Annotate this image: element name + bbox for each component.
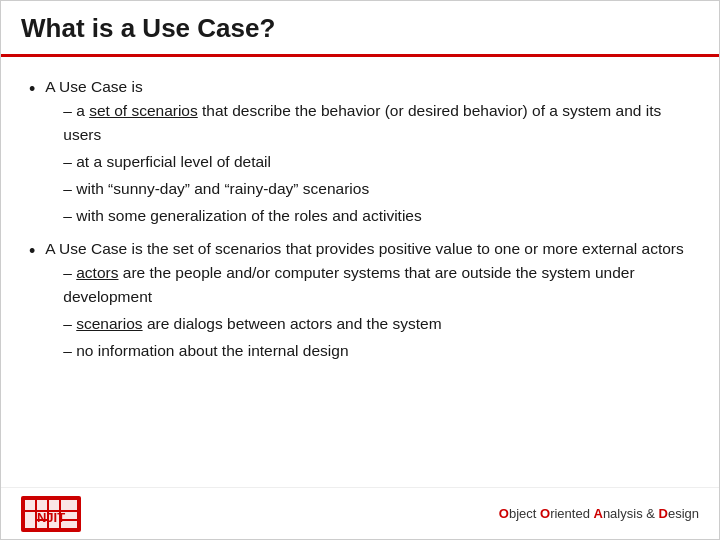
sub5-suffix: are the people and/or computer systems t… [63, 264, 634, 305]
svg-text:NJIT: NJIT [37, 510, 65, 525]
bullet-content-2: A Use Case is the set of scenarios that … [45, 237, 691, 366]
sub-item-6: – scenarios are dialogs between actors a… [63, 312, 691, 336]
sub6-suffix: are dialogs between actors and the syste… [143, 315, 442, 332]
svg-rect-4 [61, 500, 77, 510]
bullet-item-2: • A Use Case is the set of scenarios tha… [29, 237, 691, 366]
svg-rect-5 [25, 512, 35, 528]
sub-content-2: – at a superficial level of detail [63, 150, 691, 174]
sub5-underline: actors [76, 264, 118, 281]
sub6-underline: scenarios [76, 315, 142, 332]
sub-content-3: – with “sunny-day” and “rainy-day” scena… [63, 177, 691, 201]
bullet1-intro: A Use Case is [45, 78, 142, 95]
sub1-underline: set of scenarios [89, 102, 198, 119]
footer-label: Object Oriented Analysis & Design [499, 506, 699, 521]
njit-logo: NJIT [21, 496, 81, 532]
njit-logo-svg: NJIT [21, 496, 81, 532]
sub-item-1: – a set of scenarios that describe the b… [63, 99, 691, 147]
sub5-prefix: – [63, 264, 76, 281]
sub-list-1: – a set of scenarios that describe the b… [63, 99, 691, 228]
sub-item-5: – actors are the people and/or computer … [63, 261, 691, 309]
bullet-dot-2: • [29, 238, 35, 266]
content-area: • A Use Case is – a set of scenarios tha… [1, 57, 719, 539]
title-bar: What is a Use Case? [1, 1, 719, 57]
footer-a: Analysis & [594, 506, 659, 521]
sub-item-2: – at a superficial level of detail [63, 150, 691, 174]
footer-d: Design [659, 506, 699, 521]
sub-item-3: – with “sunny-day” and “rainy-day” scena… [63, 177, 691, 201]
sub-content-5: – actors are the people and/or computer … [63, 261, 691, 309]
svg-rect-3 [49, 500, 59, 510]
sub-content-1: – a set of scenarios that describe the b… [63, 99, 691, 147]
svg-rect-2 [37, 500, 47, 510]
footer-o1: Object [499, 506, 540, 521]
footer-o2: Oriented [540, 506, 594, 521]
footer: NJIT Object Oriented Analysis & Design [1, 487, 719, 539]
bullet-content-1: A Use Case is – a set of scenarios that … [45, 75, 691, 231]
sub-content-7: – no information about the internal desi… [63, 339, 691, 363]
bullet2-intro: A Use Case is the set of scenarios that … [45, 240, 683, 257]
sub-item-7: – no information about the internal desi… [63, 339, 691, 363]
sub-content-6: – scenarios are dialogs between actors a… [63, 312, 691, 336]
sub6-prefix: – [63, 315, 76, 332]
bullet-dot-1: • [29, 76, 35, 104]
sub-content-4: – with some generalization of the roles … [63, 204, 691, 228]
slide: What is a Use Case? • A Use Case is – a … [0, 0, 720, 540]
bullet-item-1: • A Use Case is – a set of scenarios tha… [29, 75, 691, 231]
sub-item-4: – with some generalization of the roles … [63, 204, 691, 228]
slide-title: What is a Use Case? [21, 13, 275, 43]
sub-list-2: – actors are the people and/or computer … [63, 261, 691, 363]
main-bullet-list: • A Use Case is – a set of scenarios tha… [29, 75, 691, 366]
sub1-prefix: – a [63, 102, 89, 119]
svg-rect-1 [25, 500, 35, 510]
